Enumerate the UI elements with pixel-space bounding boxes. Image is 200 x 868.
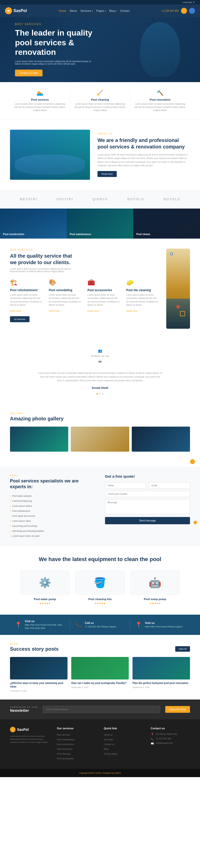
service-tile-cleaning-title: Pool tile cleaning xyxy=(126,288,159,292)
footer-contact-title: Contact us xyxy=(151,727,190,730)
blog-card-3: Plan the perfect backyard pool post reno… xyxy=(133,657,190,692)
photo-item-3[interactable] xyxy=(132,427,190,452)
decorative-square xyxy=(180,311,185,316)
nav-avatar2[interactable] xyxy=(189,8,195,14)
logo[interactable]: SasPol xyxy=(5,7,27,14)
contact-bar-visit-2: 📍 Visit us Mike Pike First House Please … xyxy=(130,620,190,630)
blog-post-date-2: September 9, 2020 xyxy=(71,686,129,688)
logo-text: SasPol xyxy=(13,8,27,13)
footer-address-text: 123 Street Name City xyxy=(156,733,177,735)
footer-link-pool-maintenance[interactable]: Pool maintenance xyxy=(57,738,75,741)
equipment-sump-pump-img: 🤖 xyxy=(130,570,180,595)
hero-description: Lorem ipsum dolor sit amet consectetur a… xyxy=(15,60,95,65)
language-selector[interactable]: Language ▼ xyxy=(182,1,195,3)
service-refurbishment-link[interactable]: Read more → xyxy=(10,310,24,312)
equipment-section: We have the latest equipment to clean th… xyxy=(0,546,200,615)
gallery-strip-cleans[interactable]: Pool cleans xyxy=(133,209,200,239)
pag-dot-1[interactable] xyxy=(97,393,98,395)
service-remodeling-link[interactable]: Read more → xyxy=(49,310,63,312)
specialist-item-9: Lorem ipsum dolor sit amet xyxy=(10,533,95,538)
footer-link-pool-services[interactable]: Pool services xyxy=(57,734,70,736)
gallery-strip-label-3: Pool cleans xyxy=(136,233,150,236)
service-tile-cleaning-link[interactable]: Read more → xyxy=(126,310,140,312)
partners-section: METATRI SOCITRI QUINYX BOTOLO ROTOLO xyxy=(0,190,200,209)
footer-link-privacy[interactable]: Privacy policy xyxy=(104,752,118,755)
equipment-cleaning-kits: 🪣 Pool cleaning kits ★★★★★ xyxy=(75,570,125,604)
equipment-grid: ⚙️ Pool water pump ★★★★★ 🪣 Pool cleaning… xyxy=(10,570,190,604)
newsletter-subscribe-button[interactable]: Subscribe Now xyxy=(165,706,190,713)
blog-post-title-3: Plan the perfect backyard pool post reno… xyxy=(133,681,190,685)
footer-phone-icon: 📞 xyxy=(151,738,154,740)
blog-view-all-button[interactable]: View All xyxy=(175,646,190,652)
hero-cta-button[interactable]: Contact a Expert xyxy=(15,70,42,76)
photo-item-1[interactable] xyxy=(10,427,68,452)
partner-botolo: BOTOLO xyxy=(127,197,144,201)
service-remodeling: 🎨 Pool remodeling Lorem ipsum dolor sit … xyxy=(49,279,81,312)
footer-link-pool-renovation[interactable]: Pool renovation xyxy=(57,748,73,750)
gallery-strip-construction[interactable]: Pool construction xyxy=(0,209,67,239)
footer-link-about[interactable]: About us xyxy=(104,734,113,736)
form-message-textarea[interactable] xyxy=(105,499,190,514)
equipment-sump-pump-name: Pool sump pump xyxy=(130,598,180,600)
service-refurbishment-title: Pool refurbishment xyxy=(10,288,42,292)
pag-dot-3[interactable] xyxy=(102,393,103,395)
blog-img-3 xyxy=(133,657,190,680)
form-phone-input[interactable] xyxy=(105,491,190,497)
footer-email-text: info@saspol.com xyxy=(156,742,173,744)
nav-blog[interactable]: Blog ▾ xyxy=(109,9,116,12)
service-accessories-link[interactable]: Read more → xyxy=(88,310,101,312)
copyright-brand: SasPol xyxy=(114,772,121,774)
contact-bar: 📍 Visit us Mike Pike First House First F… xyxy=(0,615,200,635)
services-section: Our Services All the quality service tha… xyxy=(0,239,200,339)
nav-avatar[interactable] xyxy=(181,8,187,14)
footer-link-contact[interactable]: Contact us xyxy=(104,743,114,746)
quote-mark: " xyxy=(10,360,190,369)
nav-services[interactable]: Services ▾ xyxy=(80,9,93,12)
equipment-water-pump-name: Pool water pump xyxy=(20,598,70,600)
form-send-button[interactable]: Send message xyxy=(105,517,190,524)
services-layout: Our Services All the quality service tha… xyxy=(10,249,190,329)
service-tile-cleaning: 🧽 Pool tile cleaning Lorem ipsum dolor s… xyxy=(126,279,159,312)
photo-grid xyxy=(10,427,190,452)
blog-post-title-1: ¿Effective ways to keep your swimming po… xyxy=(10,681,67,688)
form-name-input[interactable] xyxy=(105,482,146,489)
footer-address-icon: 📍 xyxy=(151,733,154,736)
gallery-strip-maintenance[interactable]: Pool maintenance xyxy=(67,209,133,239)
specialist-item-2: Chemical balancing xyxy=(10,498,95,503)
newsletter-email-input[interactable] xyxy=(43,706,160,713)
pool-decoration xyxy=(15,155,85,175)
nav-pages[interactable]: Pages ▾ xyxy=(96,9,106,12)
gallery-decoration-dot xyxy=(190,459,195,464)
service-remodeling-icon: 🎨 xyxy=(49,279,81,286)
footer-address: 📍 123 Street Name City xyxy=(151,733,190,736)
about-title: We are a friendly and professional pool … xyxy=(98,137,190,150)
nav-phone: +1 234 567 891 xyxy=(162,9,179,12)
pool-renovation-icon: 🔨 xyxy=(157,90,164,96)
form-email-input[interactable] xyxy=(149,482,190,489)
all-services-button[interactable]: All services xyxy=(10,316,30,322)
gallery-strip-label-1: Pool construction xyxy=(3,233,24,236)
footer-link-blog[interactable]: Blog xyxy=(104,748,108,750)
service-accessories: 🧰 Pool accessories Lorem ipsum dolor sit… xyxy=(88,279,120,312)
footer-email: ✉️ info@saspol.com xyxy=(151,742,190,745)
photo-item-2[interactable] xyxy=(71,427,129,452)
footer-logo: SasPol xyxy=(10,727,49,732)
nav-contact[interactable]: Contact xyxy=(120,9,130,12)
footer-link-pool-accessories[interactable]: Pool accessories xyxy=(57,757,74,760)
partner-quinyx: QUINYX xyxy=(93,197,108,201)
pag-dot-2[interactable] xyxy=(99,393,101,395)
testimonial-author: Donald Ghetti xyxy=(10,386,190,389)
footer-link-pool-construction[interactable]: Pool construction xyxy=(57,743,74,746)
specialists-list: Pool water analysis Chemical balancing L… xyxy=(10,493,95,538)
blog-card-1: ¿Effective ways to keep your swimming po… xyxy=(10,657,67,692)
nav-home[interactable]: Home xyxy=(59,9,66,12)
nav-about[interactable]: About xyxy=(70,9,77,12)
footer-link-pool-cleaning[interactable]: Pool cleaning xyxy=(57,752,70,755)
about-read-more-button[interactable]: Read More xyxy=(98,171,117,177)
blog-label: Blog xyxy=(10,643,190,645)
footer-link-team[interactable]: Our team xyxy=(104,738,113,741)
visit-title-2: Visit us xyxy=(145,621,182,624)
partner-rotolo: ROTOLO xyxy=(164,197,180,201)
about-content: About us We are a friendly and professio… xyxy=(98,132,190,177)
feature-pool-cleaning: 🧹 Pool cleaning Lorem ipsum dolor sit am… xyxy=(70,90,130,112)
